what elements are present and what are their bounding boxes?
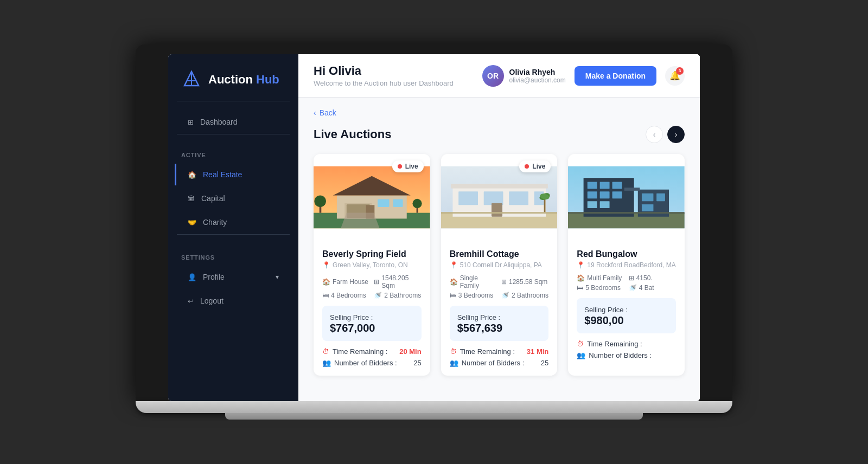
svg-rect-23	[509, 191, 528, 205]
dashboard-icon: ⊞	[188, 118, 194, 126]
bed-icon-1: 🛏	[322, 292, 329, 299]
auction-card-1[interactable]: Live Beverly Spring Field 📍 Green Valley…	[314, 154, 430, 376]
sidebar: Auction Hub ⊞ Dashboard Active 🏠 Real Es…	[168, 54, 298, 401]
sidebar-divider-active	[177, 134, 290, 134]
bidders-row-1: 👥 Number of Bidders : 25	[322, 359, 422, 367]
sidebar-item-dashboard[interactable]: ⊞ Dashboard	[175, 111, 292, 133]
location-icon-2: 📍	[450, 261, 458, 269]
card-body-3: Red Bungalow 📍 19 Rockford RoadBedford, …	[568, 241, 685, 368]
nav-arrows: ‹ ›	[646, 126, 685, 143]
cards-grid: Live Beverly Spring Field 📍 Green Valley…	[314, 154, 685, 376]
area-2: ⊞ 1285.58 Sqm	[501, 274, 548, 289]
bidders-row-2: 👥 Number of Bidders : 25	[450, 359, 549, 367]
building-icon-2: 🏠	[450, 278, 458, 286]
svg-rect-38	[600, 191, 610, 198]
laptop-screen: Auction Hub ⊞ Dashboard Active 🏠 Real Es…	[168, 54, 700, 401]
sidebar-item-real-estate[interactable]: 🏠 Real Estate	[175, 164, 292, 185]
sidebar-item-profile[interactable]: 👤 Profile ▾	[175, 266, 292, 288]
card-meta-1: 🏠 Farm House ⊞ 1548.205 Sqm 🛏	[322, 274, 422, 299]
card-body-2: Bremhill Cottage 📍 510 Cornell Dr Aliqui…	[441, 241, 558, 376]
notification-badge: 3	[676, 67, 684, 75]
screen-bezel: Auction Hub ⊞ Dashboard Active 🏠 Real Es…	[136, 44, 732, 401]
building-icon-1: 🏠	[322, 278, 330, 286]
svg-rect-29	[441, 212, 558, 214]
logo-icon	[181, 69, 202, 90]
area-icon-3: ⊞	[629, 274, 634, 282]
bidders-icon-3: 👥	[577, 351, 585, 359]
user-info: OR Olivia Rhyeh olivia@auction.com	[482, 65, 566, 87]
bidders-icon-2: 👥	[450, 359, 458, 367]
auction-card-3[interactable]: Red Bungalow 📍 19 Rockford RoadBedford, …	[568, 154, 685, 376]
content-area: ‹ Back Live Auctions ‹ ›	[298, 98, 700, 401]
bathrooms-3: 🚿 4 Bat	[629, 284, 676, 292]
house-image-3	[568, 154, 685, 241]
auction-card-2[interactable]: Live Bremhill Cottage 📍 510 Cornell Dr A…	[441, 154, 558, 376]
section-header: Live Auctions ‹ ›	[314, 126, 685, 143]
svg-rect-39	[612, 191, 622, 198]
card-image-wrap-1: Live	[314, 154, 430, 241]
user-email: olivia@auction.com	[509, 76, 566, 84]
live-badge-1: Live	[392, 160, 424, 172]
sidebar-divider-top	[177, 101, 290, 101]
card-image-wrap-2: Live	[441, 154, 558, 241]
card-location-3: 📍 19 Rockford RoadBedford, MA	[577, 261, 676, 269]
svg-rect-34	[588, 182, 597, 189]
svg-rect-45	[624, 188, 640, 191]
greeting-subtitle: Welcome to the Auction hub user Dashboar…	[314, 79, 454, 87]
greeting-title: Hi Olivia	[314, 64, 454, 78]
main-content: Hi Olivia Welcome to the Auction hub use…	[298, 54, 700, 401]
logout-icon: ↩	[188, 297, 194, 305]
avatar: OR	[482, 65, 504, 87]
chevron-down-icon: ▾	[276, 273, 279, 281]
svg-rect-20	[451, 184, 548, 189]
svg-rect-25	[492, 203, 502, 217]
property-type-3: 🏠 Multi Family	[577, 274, 624, 282]
svg-rect-37	[588, 191, 597, 198]
svg-rect-40	[588, 201, 597, 208]
svg-rect-36	[612, 182, 622, 189]
header-greeting: Hi Olivia Welcome to the Auction hub use…	[314, 64, 454, 87]
notification-button[interactable]: 🔔 3	[665, 66, 685, 86]
area-icon-2: ⊞	[501, 278, 507, 286]
area-3: ⊞ 4150.	[629, 274, 676, 282]
price-box-2: Selling Price : $567,639	[450, 306, 549, 341]
card-location-2: 📍 510 Cornell Dr Aliquippa, PA	[450, 261, 549, 269]
bidders-row-3: 👥 Number of Bidders :	[577, 351, 676, 359]
bathrooms-2: 🚿 2 Bathrooms	[501, 292, 548, 299]
back-link[interactable]: ‹ Back	[314, 108, 685, 117]
bath-icon-1: 🚿	[374, 292, 382, 299]
area-icon-1: ⊞	[374, 278, 379, 286]
user-name: Olivia Rhyeh	[509, 68, 566, 76]
sidebar-item-logout[interactable]: ↩ Logout	[175, 290, 292, 312]
sidebar-item-charity[interactable]: 🤝 Charity	[175, 211, 292, 233]
card-location-1: 📍 Green Valley, Toronto, ON	[322, 261, 422, 269]
laptop-shell: Auction Hub ⊞ Dashboard Active 🏠 Real Es…	[136, 44, 732, 420]
live-dot-2	[525, 164, 529, 169]
card-meta-2: 🏠 Single Family ⊞ 1285.58 Sqm 🛏	[450, 274, 549, 299]
location-icon-1: 📍	[322, 261, 330, 269]
profile-left: 👤 Profile	[188, 273, 225, 281]
location-icon-3: 📍	[577, 261, 585, 269]
svg-rect-43	[656, 194, 665, 201]
bedrooms-2: 🛏 3 Bedrooms	[450, 292, 497, 299]
time-remaining-3: ⏱ Time Remaining :	[577, 340, 676, 348]
price-box-3: Selling Price : $980,00	[577, 298, 676, 333]
bed-icon-3: 🛏	[577, 284, 583, 292]
user-details: Olivia Rhyeh olivia@auction.com	[509, 68, 566, 84]
svg-point-13	[314, 195, 326, 207]
donate-button[interactable]: Make a Donation	[575, 66, 656, 86]
laptop-foot	[225, 413, 643, 420]
building-icon-3: 🏠	[577, 274, 585, 282]
prev-arrow-button[interactable]: ‹	[646, 126, 663, 143]
next-arrow-button[interactable]: ›	[667, 126, 685, 143]
svg-marker-16	[341, 213, 380, 229]
svg-rect-22	[483, 191, 503, 205]
section-title: Live Auctions	[314, 127, 391, 141]
card-body-1: Beverly Spring Field 📍 Green Valley, Tor…	[314, 241, 430, 376]
card-title-2: Bremhill Cottage	[450, 249, 549, 259]
header-right: OR Olivia Rhyeh olivia@auction.com Make …	[482, 65, 685, 87]
sidebar-item-capital[interactable]: 🏛 Capital	[175, 188, 292, 209]
price-box-1: Selling Price : $767,000	[322, 306, 422, 341]
clock-icon-2: ⏱	[450, 347, 457, 356]
svg-rect-42	[642, 194, 653, 201]
